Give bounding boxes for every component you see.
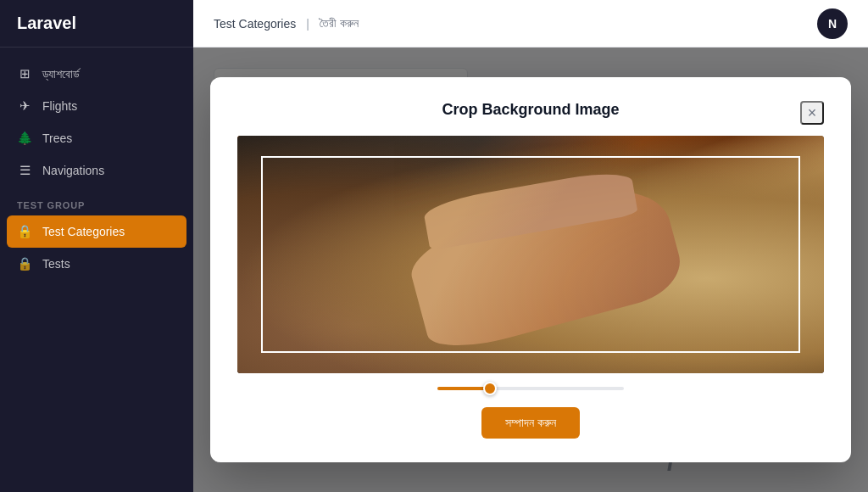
avatar[interactable]: N bbox=[817, 8, 848, 39]
slider-container bbox=[237, 387, 824, 390]
sidebar-item-flights[interactable]: ✈ Flights bbox=[0, 90, 193, 122]
sidebar-item-label: Flights bbox=[42, 99, 77, 113]
sidebar-nav: ⊞ ড্যাশবোর্ড ✈ Flights 🌲 Trees ☰ Navigat… bbox=[0, 48, 193, 290]
modal-close-button[interactable]: × bbox=[800, 101, 824, 125]
home-icon: ⊞ bbox=[17, 66, 32, 81]
breadcrumb-main: Test Categories bbox=[214, 17, 296, 31]
modal-title: Crop Background Image bbox=[442, 101, 619, 119]
modal-overlay: Crop Background Image × bbox=[193, 48, 868, 492]
sidebar-item-label: Test Categories bbox=[42, 225, 125, 238]
lock-icon: 🔒 bbox=[17, 224, 32, 239]
page-body: filament Crop Background Image × bbox=[193, 48, 868, 492]
sidebar-item-navigations[interactable]: ☰ Navigations bbox=[0, 154, 193, 187]
lock-icon: 🔒 bbox=[17, 256, 32, 271]
zoom-track-filled bbox=[437, 387, 490, 390]
flights-icon: ✈ bbox=[17, 98, 32, 114]
modal-footer: সম্পাদন করুন bbox=[237, 407, 824, 439]
sidebar-item-label: Trees bbox=[42, 131, 72, 145]
zoom-slider[interactable] bbox=[437, 387, 624, 390]
sidebar-group-label: TEST GROUP bbox=[0, 187, 193, 215]
sidebar: Laravel ⊞ ড্যাশবোর্ড ✈ Flights 🌲 Trees ☰… bbox=[0, 0, 193, 492]
save-button[interactable]: সম্পাদন করুন bbox=[481, 407, 580, 439]
breadcrumb: Test Categories | তৈরী করুন bbox=[214, 16, 359, 31]
zoom-thumb[interactable] bbox=[483, 382, 497, 395]
breadcrumb-action[interactable]: তৈরী করুন bbox=[320, 16, 359, 31]
sidebar-item-dashboard[interactable]: ⊞ ড্যাশবোর্ড bbox=[0, 58, 193, 90]
sidebar-item-label: ড্যাশবোর্ড bbox=[42, 67, 80, 81]
crop-selection-box[interactable] bbox=[261, 156, 800, 353]
crop-modal: Crop Background Image × bbox=[210, 77, 851, 462]
app-logo: Laravel bbox=[0, 0, 193, 48]
crop-container[interactable] bbox=[237, 136, 824, 373]
modal-header: Crop Background Image × bbox=[237, 101, 824, 119]
main-content: Test Categories | তৈরী করুন N filament C… bbox=[193, 0, 868, 492]
navigations-icon: ☰ bbox=[17, 163, 32, 178]
sidebar-item-tests[interactable]: 🔒 Tests bbox=[0, 248, 193, 280]
trees-icon: 🌲 bbox=[17, 131, 32, 146]
sidebar-item-trees[interactable]: 🌲 Trees bbox=[0, 122, 193, 154]
sidebar-item-test-categories[interactable]: 🔒 Test Categories bbox=[7, 215, 186, 248]
sidebar-item-label: Tests bbox=[42, 257, 70, 271]
sidebar-item-label: Navigations bbox=[42, 164, 104, 177]
topbar: Test Categories | তৈরী করুন N bbox=[193, 0, 868, 48]
breadcrumb-separator: | bbox=[306, 17, 309, 31]
